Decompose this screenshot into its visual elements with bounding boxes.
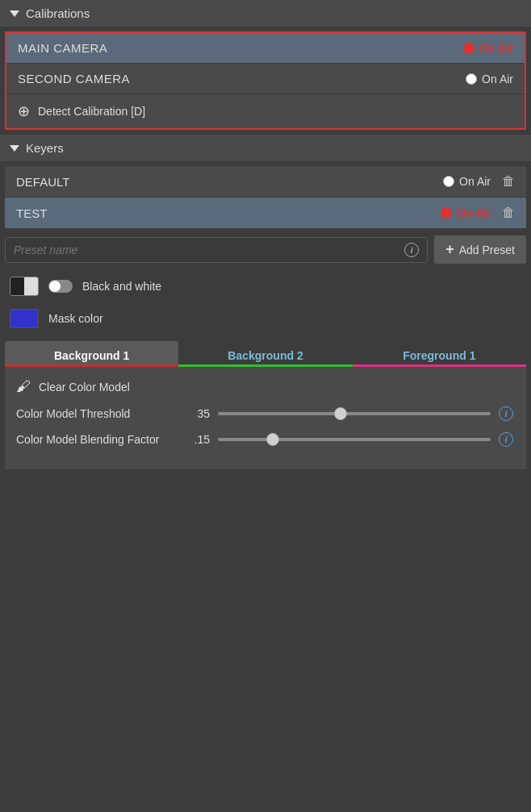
threshold-track-wrap	[218, 412, 491, 415]
second-camera-row[interactable]: SECOND CAMERA On Air	[6, 64, 525, 94]
bw-left	[10, 277, 24, 295]
test-keyer-row[interactable]: TEST On Air 🗑	[5, 198, 526, 229]
preset-info-icon[interactable]: i	[404, 243, 419, 257]
second-camera-dot	[466, 73, 477, 85]
bw-toggle-knob	[49, 281, 61, 292]
threshold-thumb[interactable]	[334, 407, 347, 420]
calibrations-box: MAIN CAMERA On Air SECOND CAMERA On Air …	[5, 31, 526, 130]
main-camera-dot	[463, 43, 475, 54]
bw-icon-inner	[10, 277, 38, 295]
threshold-label: Color Model Threshold	[16, 407, 178, 420]
blending-thumb[interactable]	[266, 433, 279, 446]
test-keyer-name: TEST	[16, 206, 47, 220]
keyers-collapse-icon[interactable]	[10, 145, 19, 152]
tab-foreground1-underline	[353, 364, 526, 367]
blending-track[interactable]	[218, 438, 491, 441]
bottom-panel: 🖌 Clear Color Model Color Model Threshol…	[5, 367, 526, 469]
calibrations-title: Calibrations	[26, 6, 90, 20]
keyers-title: Keyers	[26, 141, 64, 155]
clear-color-row: 🖌 Clear Color Model	[16, 378, 515, 395]
default-keyer-right: On Air 🗑	[443, 174, 515, 189]
threshold-track[interactable]	[218, 412, 491, 415]
test-keyer-status: On Air	[457, 206, 491, 219]
mask-option-row: Mask color	[0, 302, 531, 335]
add-preset-plus-icon: +	[445, 241, 454, 258]
default-keyer-status: On Air	[459, 175, 491, 188]
blending-label: Color Model Blending Factor	[16, 433, 178, 446]
bw-option-row: Black and white	[0, 270, 531, 302]
tab-background1[interactable]: Background 1	[5, 341, 178, 367]
tab-background1-label: Background 1	[54, 349, 129, 362]
brush-icon: 🖌	[16, 378, 31, 395]
detect-label: Detect Calibration [D]	[38, 105, 145, 118]
default-keyer-delete-icon[interactable]: 🗑	[502, 174, 515, 189]
second-camera-name: SECOND CAMERA	[18, 72, 130, 85]
blending-value: .15	[186, 433, 210, 446]
test-keyer-delete-icon[interactable]: 🗑	[502, 206, 515, 220]
blending-info-icon[interactable]: i	[499, 432, 513, 447]
mask-color-swatch[interactable]	[10, 309, 39, 328]
bw-toggle-wrap[interactable]	[48, 280, 73, 293]
keyers-header: Keyers	[0, 135, 531, 161]
blending-info[interactable]: i	[499, 432, 515, 447]
tab-background2[interactable]: Background 2	[178, 341, 352, 367]
main-camera-status: On Air	[479, 42, 513, 55]
mask-label: Mask color	[48, 312, 103, 325]
test-keyer-dot	[441, 207, 452, 219]
threshold-slider-row: Color Model Threshold 35 i	[16, 406, 515, 421]
tab-foreground1[interactable]: Foreground 1	[353, 341, 526, 367]
bw-right	[24, 277, 38, 295]
blending-slider-row: Color Model Blending Factor .15 i	[16, 432, 515, 447]
calibrations-collapse-icon[interactable]	[10, 10, 19, 17]
keyers-inner: DEFAULT On Air 🗑 TEST On Air 🗑	[5, 166, 526, 229]
clear-color-label: Clear Color Model	[39, 381, 130, 394]
preset-input-wrap: i	[5, 237, 428, 263]
bw-toggle-bg[interactable]	[48, 280, 73, 293]
default-keyer-dot	[443, 176, 454, 187]
main-camera-name: MAIN CAMERA	[18, 41, 107, 55]
main-camera-row[interactable]: MAIN CAMERA On Air	[6, 33, 525, 64]
threshold-info-icon[interactable]: i	[499, 406, 513, 421]
bw-icon	[10, 277, 39, 296]
preset-row: i + Add Preset	[5, 235, 526, 264]
calibrations-header: Calibrations	[0, 0, 531, 27]
add-preset-label: Add Preset	[459, 244, 515, 256]
bw-label: Black and white	[82, 280, 161, 293]
keyers-section: Keyers DEFAULT On Air 🗑 TEST On Air 🗑	[0, 135, 531, 229]
preset-name-input[interactable]	[14, 244, 404, 256]
main-camera-badge: On Air	[463, 42, 513, 55]
threshold-value: 35	[186, 407, 210, 420]
test-keyer-right: On Air 🗑	[441, 206, 515, 220]
add-preset-button[interactable]: + Add Preset	[434, 235, 526, 264]
second-camera-status: On Air	[482, 73, 513, 85]
tab-background2-underline	[178, 364, 352, 367]
default-keyer-row[interactable]: DEFAULT On Air 🗑	[5, 166, 526, 198]
tab-foreground1-label: Foreground 1	[403, 349, 475, 362]
default-keyer-badge: On Air	[443, 175, 491, 188]
second-camera-badge: On Air	[466, 73, 513, 85]
calibrations-inner: MAIN CAMERA On Air SECOND CAMERA On Air …	[6, 33, 525, 128]
target-icon: ⊕	[18, 102, 30, 120]
threshold-info[interactable]: i	[499, 406, 515, 421]
blending-track-wrap	[218, 438, 491, 441]
default-keyer-name: DEFAULT	[16, 175, 69, 189]
test-keyer-badge: On Air	[441, 206, 491, 219]
tab-background1-underline	[5, 364, 178, 367]
detect-calibration-row[interactable]: ⊕ Detect Calibration [D]	[6, 94, 525, 128]
tabs-row: Background 1 Background 2 Foreground 1	[5, 341, 526, 367]
tab-background2-label: Background 2	[228, 349, 303, 362]
